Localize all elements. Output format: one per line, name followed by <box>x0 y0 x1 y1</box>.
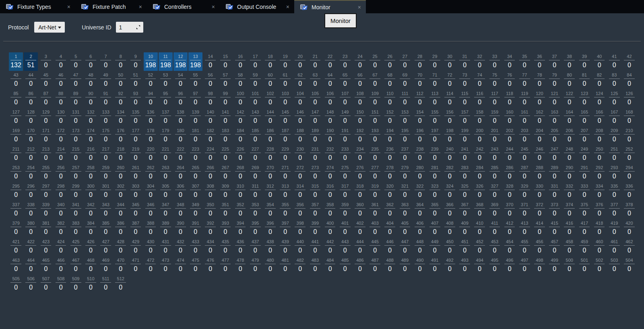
channel-underline <box>384 60 395 60</box>
channel-value: 0 <box>353 228 367 236</box>
channel-underline <box>429 245 440 246</box>
channel-underline <box>400 171 411 172</box>
dmx-channel-cell: 4980 <box>533 256 547 275</box>
channel-underline <box>489 134 500 134</box>
protocol-dropdown[interactable]: Art-Net <box>34 22 65 33</box>
dmx-channel-cell: 740 <box>473 71 487 89</box>
channel-underline <box>310 264 321 264</box>
channel-value: 0 <box>263 172 277 180</box>
universe-id-input[interactable] <box>119 24 135 31</box>
channel-underline <box>220 134 231 134</box>
channel-number: 220 <box>144 147 158 152</box>
channel-value: 0 <box>54 80 68 88</box>
channel-underline <box>280 245 291 246</box>
channel-value: 0 <box>263 154 277 162</box>
dmx-channel-cell: 2910 <box>577 163 591 182</box>
channel-underline <box>130 153 141 153</box>
channel-underline <box>369 116 380 116</box>
dmx-channel-cell: 750 <box>487 71 502 89</box>
dmx-channel-cell: 1520 <box>383 108 397 126</box>
channel-number: 81 <box>577 72 591 78</box>
channel-number: 443 <box>338 239 352 244</box>
channel-underline <box>429 264 440 264</box>
dmx-channel-cell: 3800 <box>24 219 38 238</box>
channel-number: 412 <box>503 221 517 226</box>
tab-fixture-types[interactable]: Fixture Types × <box>0 0 75 13</box>
tab-controllers[interactable]: Controllers × <box>147 0 220 13</box>
dmx-channel-cell: 370 <box>547 52 561 71</box>
dmx-channel-cell: 1020 <box>263 89 277 108</box>
channel-number: 427 <box>99 239 113 244</box>
channel-value: 0 <box>413 117 427 125</box>
channel-value: 0 <box>173 135 188 143</box>
channel-number: 374 <box>562 202 576 207</box>
dmx-channel-cell: 3240 <box>443 182 457 201</box>
channel-value: 0 <box>323 61 337 69</box>
dmx-channel-cell: 3020 <box>114 182 128 201</box>
dmx-channel-cell: 2230 <box>188 145 202 163</box>
dmx-channel-cell: 4860 <box>353 256 367 275</box>
channel-number: 111 <box>398 91 412 96</box>
close-icon[interactable]: × <box>354 4 361 10</box>
dmx-channel-cell: 4210 <box>9 238 23 256</box>
channel-value: 0 <box>428 172 442 180</box>
channel-number: 221 <box>159 147 173 152</box>
channel-underline <box>355 153 365 153</box>
channel-underline <box>444 116 455 116</box>
channel-underline <box>175 60 186 60</box>
channel-number: 181 <box>188 128 202 133</box>
dmx-channel-cell: 2690 <box>248 163 262 182</box>
dmx-channel-cell: 1960 <box>413 126 427 145</box>
channel-underline <box>459 116 470 116</box>
channel-underline <box>220 227 231 227</box>
channel-value: 0 <box>188 209 202 217</box>
channel-underline <box>369 79 380 79</box>
channel-value: 0 <box>413 191 427 199</box>
close-icon[interactable]: × <box>282 4 289 10</box>
channel-number: 167 <box>607 110 621 115</box>
channel-underline <box>325 264 336 264</box>
close-icon[interactable]: × <box>63 4 70 10</box>
channel-value: 0 <box>607 228 621 236</box>
dmx-channel-cell: 3750 <box>577 201 591 219</box>
channel-value: 0 <box>293 246 307 255</box>
channel-value: 0 <box>503 228 517 236</box>
channel-underline <box>41 153 52 153</box>
channel-value: 0 <box>547 191 561 199</box>
dmx-channel-cell: 2380 <box>413 145 427 163</box>
channel-value: 0 <box>99 172 113 180</box>
spinner-arrows-icon[interactable] <box>136 25 141 30</box>
channel-number: 390 <box>173 221 188 226</box>
channel-value: 0 <box>263 98 277 106</box>
dmx-channel-cell: 4590 <box>577 238 591 256</box>
close-icon[interactable]: × <box>135 4 142 10</box>
channel-underline <box>310 208 321 209</box>
close-icon[interactable]: × <box>208 4 215 10</box>
tab-monitor[interactable]: Monitor × <box>294 0 366 13</box>
channel-value: 0 <box>487 172 502 180</box>
channel-underline <box>340 60 351 60</box>
channel-underline <box>145 79 156 79</box>
channel-value: 0 <box>413 228 427 236</box>
channel-underline <box>384 190 395 190</box>
dmx-channel-cell: 2880 <box>533 163 547 182</box>
channel-number: 58 <box>233 72 248 78</box>
dmx-channel-cell: 3450 <box>128 201 142 219</box>
channel-number: 99 <box>218 91 232 96</box>
channel-underline <box>579 208 590 209</box>
channel-underline <box>624 60 635 60</box>
channel-number: 234 <box>353 147 367 152</box>
channel-number: 306 <box>173 184 188 189</box>
tab-output-console[interactable]: Output Console × <box>220 0 294 13</box>
universe-id-spinner[interactable] <box>116 22 143 33</box>
channel-underline <box>10 79 21 79</box>
channel-value: 0 <box>278 61 292 69</box>
channel-value: 0 <box>173 228 188 236</box>
dmx-channel-cell: 1000 <box>233 89 248 108</box>
tab-fixture-patch[interactable]: Fixture Patch × <box>75 0 147 13</box>
universe-id-label: Universe ID <box>82 24 111 31</box>
dmx-channel-cell: 3510 <box>218 201 232 219</box>
channel-underline <box>25 190 36 190</box>
dmx-channel-cell: 4770 <box>218 256 232 275</box>
dmx-channel-cell: 2600 <box>114 163 128 182</box>
